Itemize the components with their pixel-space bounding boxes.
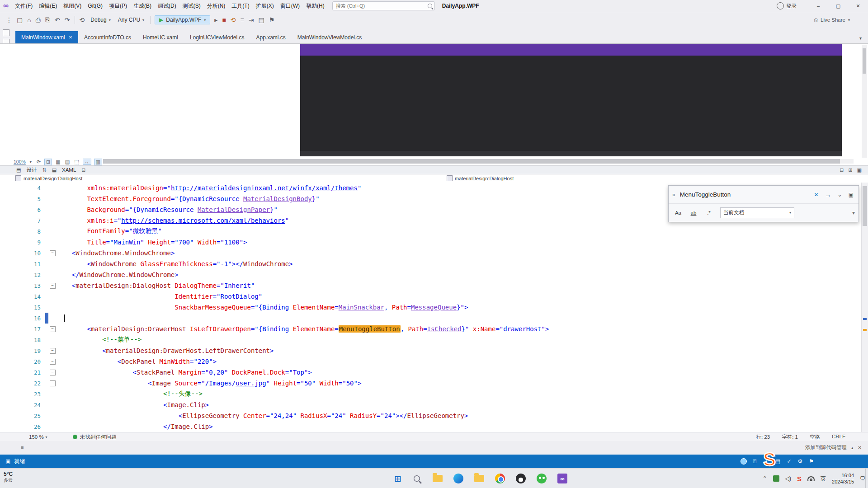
debug-step-icon[interactable]: ▸ — [212, 16, 220, 23]
feedback-icon[interactable]: ⚑ — [809, 458, 814, 465]
fold-margin[interactable]: − — [48, 283, 57, 289]
close-tab-icon[interactable]: ✕ — [69, 35, 72, 40]
code-text[interactable]: FontFamily="微软雅黑" — [57, 227, 868, 235]
navigate-back-icon[interactable]: ⟲ — [77, 16, 87, 23]
open-file-icon[interactable]: ⌂ — [25, 16, 33, 24]
start-debugging-button[interactable]: ▶ DailyApp.WPF ▾ — [155, 15, 210, 24]
taskbar-weather-widget[interactable]: 5°C 多云 — [4, 471, 13, 483]
find-next-icon[interactable]: → — [824, 191, 833, 198]
code-text[interactable]: </WindowChrome.WindowChrome> — [57, 271, 868, 278]
settings-icon[interactable]: ⚙ — [797, 458, 802, 465]
bookmark-icon[interactable]: ⚑ — [267, 16, 277, 23]
expand-pane-icon[interactable]: ⊡ — [81, 167, 85, 173]
menu-item-工具(T)[interactable]: 工具(T) — [228, 0, 252, 12]
breadcrumb-right[interactable]: materialDesign:DialogHost — [447, 175, 514, 181]
chrome-browser-icon[interactable] — [495, 473, 505, 484]
whole-word-toggle[interactable]: ab — [688, 207, 699, 218]
fold-margin[interactable]: − — [48, 359, 57, 365]
clear-search-icon[interactable]: ✕ — [813, 192, 820, 198]
collapse-region-icon[interactable]: − — [50, 380, 56, 386]
code-text[interactable]: <Image.Clip> — [57, 401, 868, 408]
collapse-region-icon[interactable]: − — [50, 359, 56, 365]
minimize-button[interactable]: – — [808, 0, 828, 12]
code-text[interactable]: <WindowChrome GlassFrameThickness="-1"><… — [57, 260, 868, 267]
code-text[interactable]: <StackPanel Margin="0,20" DockPanel.Dock… — [57, 369, 868, 376]
collapse-region-icon[interactable]: − — [50, 283, 56, 289]
taskbar-search-icon[interactable] — [411, 473, 422, 484]
find-expand-icon[interactable]: ▾ — [852, 210, 855, 216]
breadcrumb-left[interactable]: materialDesign:DialogHost — [15, 175, 82, 181]
code-line[interactable]: 26 </Image.Clip> — [0, 421, 868, 432]
code-line[interactable]: 21− <StackPanel Margin="0,20" DockPanel.… — [0, 367, 868, 378]
snap-lines-icon[interactable]: ↔ — [83, 159, 91, 165]
artboard-bg-icon[interactable]: ▥ — [94, 159, 102, 165]
code-text[interactable]: </Image.Clip> — [57, 423, 868, 430]
tab-list-dropdown-icon[interactable]: ▾ — [859, 36, 862, 41]
menu-item-调试(D)[interactable]: 调试(D) — [155, 0, 179, 12]
code-line[interactable]: 9 Title="MainWin" Height="700" Width="11… — [0, 237, 868, 248]
menu-item-视图(V)[interactable]: 视图(V) — [60, 0, 85, 12]
grid-icon[interactable]: ▦ — [55, 159, 61, 165]
code-line[interactable]: 24 <Image.Clip> — [0, 399, 868, 410]
line-ending-indicator[interactable]: CRLF — [832, 434, 845, 441]
code-text[interactable]: <!--菜单--> — [57, 336, 868, 344]
code-line[interactable]: 25 <EllipseGeometry Center="24,24" Radiu… — [0, 410, 868, 421]
design-view-button[interactable]: 设计 — [26, 167, 37, 174]
search-scope-dropdown[interactable]: 当前文档 ▾ — [720, 207, 794, 218]
zoom-dropdown-icon[interactable]: ▾ — [29, 160, 33, 164]
find-collapse-icon[interactable]: « — [672, 192, 675, 198]
tab-AccountInfoDTO.cs[interactable]: AccountInfoDTO.cs — [78, 31, 137, 43]
caret-column-indicator[interactable]: 字符: 1 — [782, 434, 798, 441]
collapse-region-icon[interactable]: − — [50, 370, 56, 375]
code-text[interactable]: SnackbarMessageQueue="{Binding ElementNa… — [57, 304, 868, 311]
repo-icon[interactable]: ▤ — [775, 458, 780, 465]
checks-icon[interactable]: ✓ — [787, 458, 791, 465]
code-line[interactable]: 17− <materialDesign:DrawerHost IsLeftDra… — [0, 324, 868, 334]
sign-in-button[interactable]: 登录 — [777, 2, 797, 9]
show-desktop-button[interactable] — [865, 469, 868, 488]
editor-vertical-scrollbar[interactable] — [861, 183, 868, 432]
scm-close-icon[interactable]: ✕ — [858, 445, 862, 450]
tab-MainWindowViewModel.cs[interactable]: MainWindowViewModel.cs — [292, 31, 368, 43]
code-text[interactable]: <materialDesign:DrawerHost.LeftDrawerCon… — [57, 347, 868, 354]
action-center-icon[interactable]: 🗨 — [860, 475, 865, 482]
code-text[interactable]: <Image Source="/Images/user.jpg" Height=… — [57, 380, 868, 387]
designer-zoom-dropdown[interactable]: 100% — [14, 159, 26, 164]
antivirus-tray-icon[interactable] — [773, 475, 779, 482]
document-health-indicator[interactable]: 未找到任何问题 — [73, 434, 117, 441]
code-line[interactable]: 18 <!--菜单--> — [0, 334, 868, 345]
wechat-icon[interactable] — [536, 473, 547, 484]
tray-expand-icon[interactable]: ⌃ — [763, 475, 767, 482]
code-text[interactable]: Title="MainWin" Height="700" Width="1100… — [57, 239, 868, 246]
new-file-icon[interactable]: ▢ — [14, 16, 25, 24]
indentation-indicator[interactable]: 空格 — [810, 434, 820, 441]
push-commits-icon[interactable]: ⍐ — [753, 458, 756, 465]
xaml-designer-surface[interactable] — [0, 43, 868, 159]
start-button[interactable]: ⊞ — [394, 474, 401, 484]
code-line[interactable]: 11 <WindowChrome GlassFrameThickness="-1… — [0, 258, 868, 269]
maximize-button[interactable]: ▢ — [828, 0, 848, 12]
stop-icon[interactable]: ■ — [220, 16, 228, 23]
split-vertical-icon[interactable]: ⊞ — [848, 167, 852, 173]
edge-browser-icon[interactable] — [453, 473, 464, 484]
file-explorer-icon[interactable] — [432, 473, 443, 484]
menu-item-编辑(E)[interactable]: 编辑(E) — [36, 0, 60, 12]
code-text[interactable]: <DockPanel MinWidth="220"> — [57, 358, 868, 365]
effects-icon[interactable]: ⊞ — [44, 159, 52, 165]
comment-icon[interactable]: ▤ — [256, 16, 267, 23]
match-case-toggle[interactable]: Aa — [672, 207, 684, 218]
visual-studio-taskbar-icon[interactable]: ∞ — [557, 473, 568, 484]
menu-item-扩展(X)[interactable]: 扩展(X) — [253, 0, 277, 12]
collapse-region-icon[interactable]: − — [50, 250, 56, 256]
redo-icon[interactable]: ↷ — [62, 16, 72, 24]
editor-zoom-dropdown[interactable]: 150 %▾ — [29, 434, 47, 440]
live-share-button[interactable]: ⎌ Live Share ▾ — [814, 17, 850, 23]
code-line[interactable]: 20− <DockPanel MinWidth="220"> — [0, 356, 868, 367]
close-button[interactable]: ✕ — [848, 0, 868, 12]
indent-icon[interactable]: ⇥ — [246, 16, 256, 23]
menu-item-分析(N)[interactable]: 分析(N) — [204, 0, 229, 12]
menu-item-测试(S)[interactable]: 测试(S) — [179, 0, 204, 12]
collapse-region-icon[interactable]: − — [50, 326, 56, 332]
swap-panes-icon[interactable]: ⇅ — [42, 167, 46, 173]
fold-margin[interactable]: − — [48, 380, 57, 386]
